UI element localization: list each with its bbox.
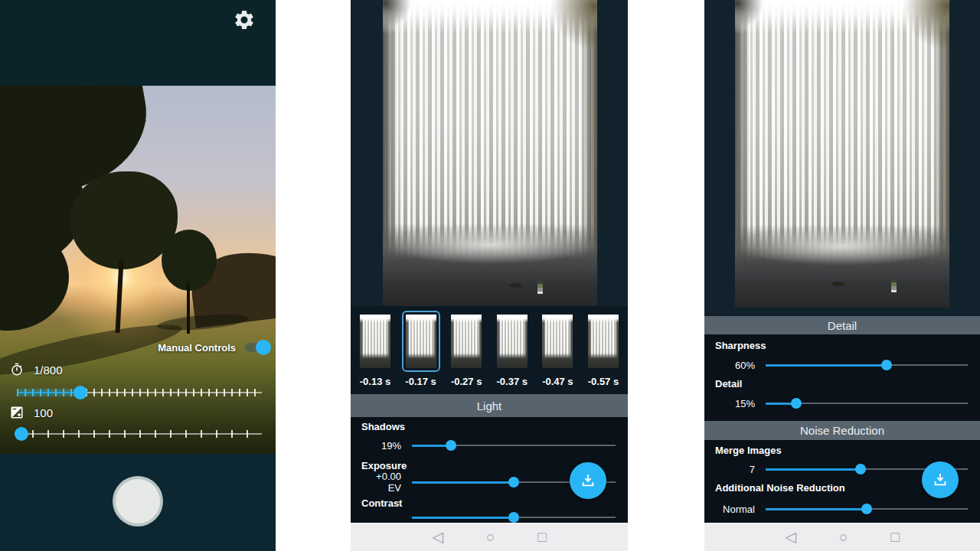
exposure-thumbnail[interactable]: -0.13 s (353, 308, 397, 394)
thumbnail-frame (493, 311, 531, 372)
manual-controls-row: Manual Controls (158, 341, 270, 354)
thumbnail-label: -0.57 s (588, 376, 619, 387)
timer-icon (10, 363, 24, 377)
camera-bottom-bar (0, 454, 276, 551)
ground-shadow (156, 311, 249, 333)
slider-fill (412, 517, 514, 519)
settings-gear-icon[interactable] (233, 8, 256, 31)
shadows-label: Shadows (361, 421, 405, 432)
tree-trunk (116, 260, 124, 333)
slider-fill (412, 481, 514, 484)
android-nav-bar: ◁ ○ □ (351, 523, 628, 551)
exposure-thumbnail[interactable]: -0.37 s (490, 308, 534, 394)
slider-thumb[interactable] (881, 360, 892, 370)
contrast-slider[interactable] (412, 511, 616, 523)
recents-icon[interactable]: □ (537, 530, 546, 544)
section-title: Light (477, 399, 502, 412)
iso-slider[interactable] (17, 427, 262, 441)
shutter-speed-value: 1/800 (34, 364, 63, 377)
rock (509, 283, 522, 288)
exposure-thumbnail[interactable]: -0.27 s (444, 308, 488, 394)
back-icon[interactable]: ◁ (785, 530, 796, 544)
download-icon (580, 472, 596, 489)
section-header-noise-reduction: Noise Reduction (704, 421, 980, 440)
camera-viewfinder[interactable]: Manual Controls 1/800 100 (0, 86, 276, 454)
manual-controls-label: Manual Controls (158, 342, 236, 354)
exposure-thumbnail-selected[interactable]: -0.17 s (399, 308, 443, 394)
editor-detail-screen: Detail Sharpness 60% Detail 15% Noise Re… (704, 0, 980, 551)
manual-controls-toggle[interactable] (245, 341, 270, 354)
sharpness-label: Sharpness (715, 340, 766, 351)
shutter-speed-row: 1/800 (10, 363, 63, 377)
toggle-thumb (256, 340, 271, 355)
thumbnail-image (360, 315, 390, 368)
exposure-thumbnail-strip: -0.13 s -0.17 s -0.27 s -0.37 s -0.47 s … (351, 306, 628, 394)
recents-icon[interactable]: □ (890, 530, 899, 544)
merge-images-value: 7 (715, 464, 755, 475)
sharpness-slider[interactable] (766, 359, 968, 371)
thumbnail-label: -0.37 s (497, 376, 528, 387)
iso-row: 100 (10, 406, 53, 419)
thumbnail-image (542, 315, 573, 368)
slider-thumb[interactable] (855, 464, 866, 474)
camera-screen: Manual Controls 1/800 100 (0, 0, 276, 551)
exposure-thumbnail[interactable]: -0.47 s (535, 308, 580, 394)
tree-foliage-right (162, 230, 217, 291)
home-icon[interactable]: ○ (486, 530, 495, 544)
thumbnail-frame (584, 311, 622, 372)
shadows-slider[interactable] (412, 439, 616, 452)
home-icon[interactable]: ○ (839, 530, 848, 544)
thumbnail-label: -0.13 s (360, 376, 390, 387)
waterfall-photo (735, 0, 949, 308)
thumbnail-image (451, 315, 482, 368)
thumbnail-image (406, 315, 436, 368)
additional-nr-slider[interactable] (766, 503, 968, 515)
shadows-value: 19% (361, 440, 401, 452)
thumbnail-frame (538, 311, 577, 372)
save-download-button[interactable] (922, 461, 959, 498)
thumbnail-frame (447, 311, 485, 372)
section-header-light: Light (351, 394, 628, 417)
thumbnail-label: -0.47 s (542, 376, 573, 387)
person-silhouette (537, 281, 543, 294)
thumbnail-image (497, 315, 528, 368)
section-title: Noise Reduction (800, 424, 884, 437)
slider-thumb[interactable] (508, 477, 519, 487)
photo-preview-area (704, 0, 980, 314)
exposure-value: +0.00 EV (361, 471, 401, 494)
detail-row: 15% (704, 396, 980, 410)
shutter-speed-slider[interactable] (17, 386, 262, 399)
detail-controls-panel: Sharpness 60% Detail 15% (704, 334, 980, 421)
sharpness-value: 60% (715, 360, 755, 371)
thumbnail-frame (356, 311, 394, 372)
exposure-thumbnail[interactable]: -0.57 s (581, 308, 626, 394)
download-icon (932, 471, 949, 488)
slider-thumb[interactable] (508, 512, 519, 523)
contrast-label: Contrast (361, 497, 402, 509)
section-header-detail: Detail (704, 316, 980, 334)
photo-preview-area (351, 0, 628, 306)
iso-value: 100 (34, 406, 53, 419)
thumbnail-frame (402, 311, 440, 372)
slider-fill (766, 364, 887, 367)
additional-nr-row: Normal (704, 502, 980, 516)
person-silhouette (891, 279, 897, 292)
slider-thumb[interactable] (861, 504, 872, 514)
additional-nr-label: Additional Noise Reduction (715, 482, 845, 494)
detail-slider[interactable] (766, 397, 968, 409)
rock (831, 282, 844, 286)
editor-light-screen: -0.13 s -0.17 s -0.27 s -0.37 s -0.47 s … (351, 0, 628, 551)
waterfall-photo (383, 0, 597, 306)
shadows-row: 19% (351, 439, 628, 452)
shutter-button[interactable] (113, 476, 163, 527)
merge-images-label: Merge Images (715, 445, 782, 456)
contrast-row (351, 510, 628, 523)
slider-thumb[interactable] (791, 398, 802, 409)
thumbnail-label: -0.17 s (405, 376, 436, 387)
camera-top-bar (0, 0, 276, 86)
section-title: Detail (828, 319, 857, 332)
slider-fill (17, 386, 80, 399)
save-download-button[interactable] (570, 462, 606, 499)
slider-thumb[interactable] (446, 440, 456, 451)
back-icon[interactable]: ◁ (432, 530, 443, 544)
